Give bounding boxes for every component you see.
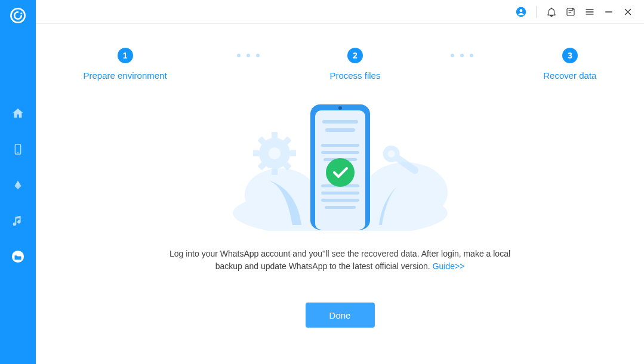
step-number: 2 [347,48,363,63]
bell-icon[interactable] [546,7,557,17]
step-separator [237,54,260,57]
svg-line-18 [260,164,264,168]
svg-rect-28 [325,128,355,132]
step-recover: 3 Recover data [543,48,596,81]
svg-point-6 [520,9,523,12]
app-logo [10,7,26,24]
guide-link[interactable]: Guide>> [433,261,465,271]
feedback-icon[interactable] [565,7,576,17]
step-prepare: 1 Prepare environment [84,48,167,81]
svg-rect-33 [321,192,359,195]
step-process: 2 Process files [329,48,380,81]
success-illustration [233,100,448,231]
titlebar [36,0,644,24]
svg-rect-29 [321,144,359,147]
done-button[interactable]: Done [306,303,375,328]
progress-steps: 1 Prepare environment 2 Process files 3 … [84,48,597,81]
sidebar-item-music[interactable] [0,203,36,239]
svg-line-19 [285,138,289,143]
sidebar-item-home[interactable] [0,95,36,131]
step-number: 1 [118,48,133,63]
svg-point-10 [364,162,448,222]
sidebar-item-device[interactable] [0,131,36,167]
instruction-text: Log into your WhatsApp account and you''… [155,248,525,273]
menu-icon[interactable] [584,7,595,17]
step-number: 3 [562,48,578,63]
step-label: Recover data [543,70,596,81]
step-label: Process files [329,70,380,81]
svg-line-16 [260,138,264,143]
svg-point-1 [20,13,22,14]
user-account-icon[interactable] [516,7,526,17]
svg-rect-27 [322,120,358,124]
svg-rect-34 [321,199,359,202]
svg-point-3 [17,152,19,153]
svg-point-26 [338,106,342,110]
svg-rect-35 [325,206,356,209]
content: 1 Prepare environment 2 Process files 3 … [36,24,644,364]
minimize-icon[interactable] [603,7,614,17]
svg-point-36 [326,158,355,187]
step-label: Prepare environment [84,70,167,81]
sidebar [0,0,36,364]
svg-rect-30 [321,151,359,154]
step-separator [451,54,473,57]
sidebar-item-cloud[interactable] [0,167,36,203]
svg-line-17 [285,164,289,168]
svg-point-20 [269,147,281,159]
sidebar-item-folder[interactable] [0,239,36,274]
svg-point-0 [11,8,24,22]
divider [536,6,537,18]
close-icon[interactable] [623,7,633,17]
svg-point-9 [245,168,316,222]
